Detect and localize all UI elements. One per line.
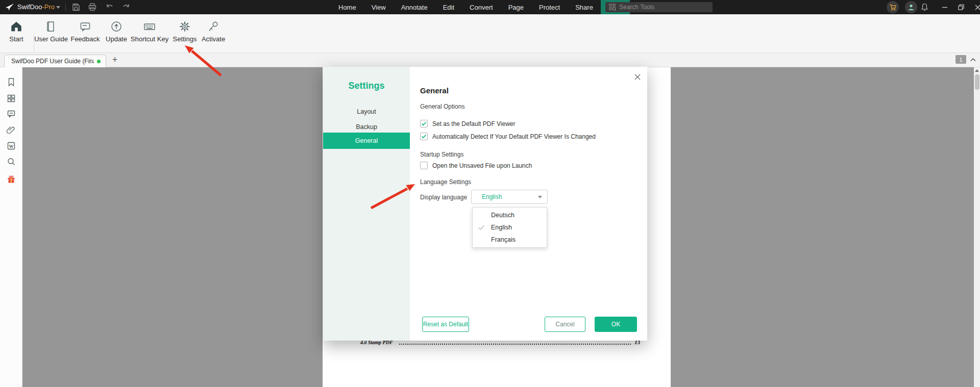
minimize-button[interactable] [937,0,952,14]
chevron-down-icon[interactable] [56,6,60,9]
document-tab-bar: SwifDoo PDF User Guide (Final... + 1 [0,53,980,67]
app-logo-icon [5,3,14,11]
scroll-up-icon[interactable] [975,69,979,72]
unsaved-dot-icon [97,60,101,63]
section-heading: General [420,86,449,95]
account-button[interactable] [905,1,917,13]
title-bar: SwifDoo-Pro Home View Annotate Edit Conv… [0,0,980,14]
thumbnails-icon[interactable] [7,94,16,103]
option-label: English [491,224,512,231]
selected-check-icon [478,224,485,231]
option-label: Deutsch [491,212,514,219]
activate-label: Activate [185,35,241,43]
dialog-close-button[interactable] [632,72,643,82]
startup-settings-label: Startup Settings [420,151,463,158]
word-panel-icon[interactable]: W [7,141,16,150]
menu-edit[interactable]: Edit [435,0,462,14]
menu-page[interactable]: Page [501,0,531,14]
search-tools-icon [609,4,616,11]
notifications-button[interactable] [917,0,932,14]
checkbox-label: Automatically Detect If Your Default PDF… [432,133,596,140]
close-icon [634,74,641,80]
checkbox-default-viewer[interactable]: Set as the Default PDF Viewer [420,120,516,127]
person-icon [908,4,915,11]
app-edition: -Pro [42,3,55,11]
new-tab-button[interactable]: + [109,54,120,66]
gift-icon[interactable] [7,174,16,184]
menu-annotate[interactable]: Annotate [394,0,435,14]
selected-language-value: English [482,193,538,200]
restore-button[interactable] [953,0,969,14]
svg-text:W: W [9,144,14,149]
bell-icon [921,3,928,11]
activate-button[interactable]: Activate [185,19,241,43]
nav-general[interactable]: General [323,133,410,149]
checkbox-label: Open the Unsaved File upon Launch [432,162,532,169]
close-window-button[interactable] [970,0,980,14]
search-input[interactable] [619,4,701,11]
close-icon [975,5,980,10]
help-ribbon-toolbar: Start User Guide Feedback Update Shortc [0,14,980,53]
attachment-icon[interactable] [7,125,16,134]
display-language-select[interactable]: English [471,190,548,204]
option-francais[interactable]: Français [473,234,547,246]
key-icon [185,19,241,34]
cart-icon [889,4,897,11]
print-icon[interactable] [88,3,97,12]
page-number-badge: 1 [955,55,966,64]
menu-home[interactable]: Home [331,0,364,14]
ok-button[interactable]: OK [595,317,637,332]
search-tools-box[interactable] [605,2,713,12]
left-panel-bar: W [0,67,22,387]
general-options-label: General Options [420,103,464,110]
settings-nav-panel: Settings Layout Backup General [323,67,410,341]
menu-bar: Home View Annotate Edit Convert Page Pro… [331,0,630,14]
comment-icon[interactable] [7,109,16,118]
cancel-button[interactable]: Cancel [545,317,585,332]
cart-button[interactable] [887,1,899,13]
app-title: SwifDoo-Pro [17,3,55,11]
search-icon[interactable] [7,157,16,166]
restore-icon [958,4,964,10]
checkbox-label: Set as the Default PDF Viewer [432,120,516,127]
menu-protect[interactable]: Protect [531,0,568,14]
minimize-icon [942,4,948,10]
collapse-toolbar-button[interactable] [969,56,977,64]
option-label: Français [491,236,516,243]
toc-dot-leader [399,344,631,345]
app-window: SwifDoo-Pro Home View Annotate Edit Conv… [0,0,980,387]
checkbox-open-unsaved[interactable]: Open the Unsaved File upon Launch [420,162,532,169]
save-icon[interactable] [71,3,81,12]
checkbox-unchecked-icon[interactable] [420,162,428,169]
dialog-title: Settings [323,81,410,91]
menu-view[interactable]: View [364,0,394,14]
checkbox-checked-icon[interactable] [420,133,428,140]
chevron-up-icon [969,56,977,64]
app-name: SwifDoo [17,3,42,11]
reset-default-button[interactable]: Reset as Default [422,317,469,332]
scrollbar-thumb[interactable] [975,74,979,90]
divider [65,4,66,11]
redo-icon[interactable] [121,3,131,12]
checkbox-checked-icon[interactable] [420,120,428,127]
option-english[interactable]: English [473,221,547,234]
display-language-label: Display language [420,194,467,201]
checkbox-auto-detect[interactable]: Automatically Detect If Your Default PDF… [420,133,596,140]
chevron-down-icon [538,196,542,198]
menu-convert[interactable]: Convert [462,0,501,14]
settings-dialog: Settings Layout Backup General General G… [323,67,647,341]
option-deutsch[interactable]: Deutsch [473,209,547,221]
document-tab[interactable]: SwifDoo PDF User Guide (Final... [4,55,106,67]
undo-icon[interactable] [105,3,114,12]
nav-layout[interactable]: Layout [323,105,410,119]
bookmark-icon[interactable] [7,78,16,87]
language-dropdown-list: Deutsch English Français [472,207,547,248]
nav-backup[interactable]: Backup [323,120,410,134]
vertical-scrollbar[interactable] [974,67,980,387]
language-settings-label: Language Settings [420,178,471,186]
document-tab-title: SwifDoo PDF User Guide (Final... [11,58,94,65]
menu-share[interactable]: Share [568,0,601,14]
